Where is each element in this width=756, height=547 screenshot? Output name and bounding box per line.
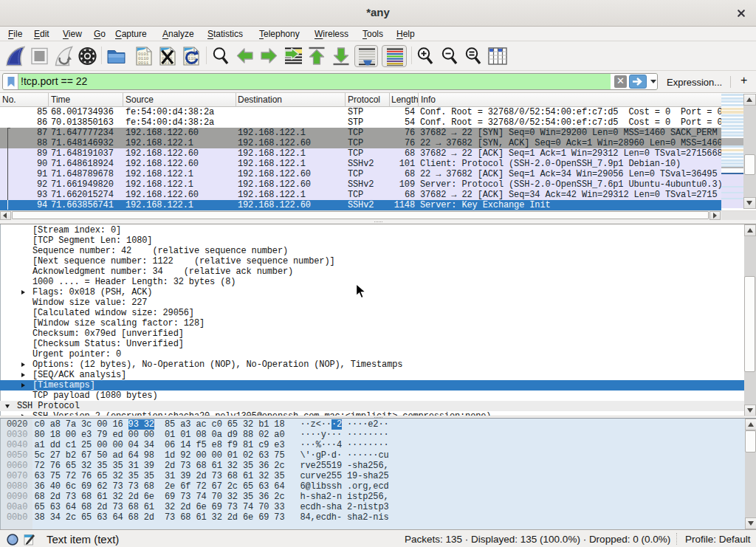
svg-text:0011: 0011	[138, 61, 149, 66]
